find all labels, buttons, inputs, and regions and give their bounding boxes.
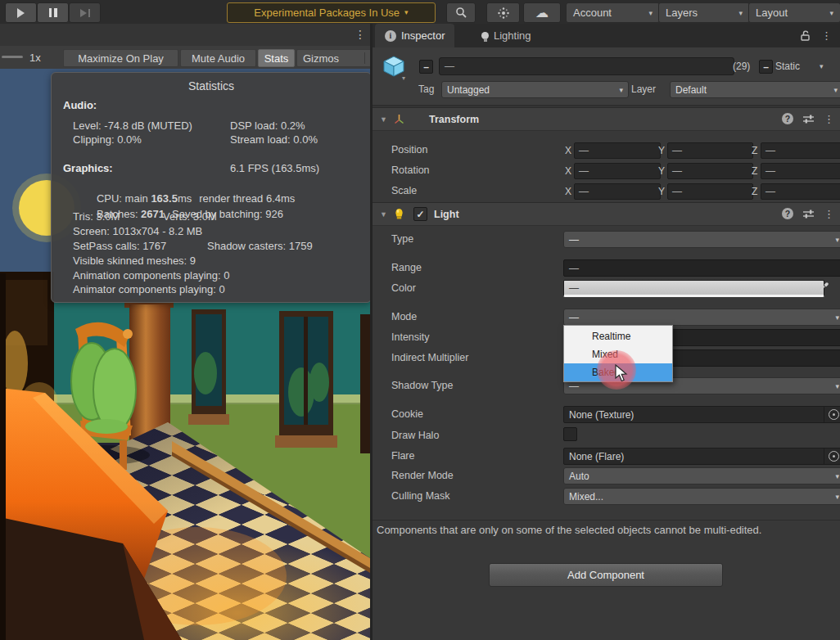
type-label: Type (391, 233, 413, 245)
light-header[interactable]: ▼ ✓ Light ? ⋮ (373, 202, 840, 226)
active-checkbox-mixed[interactable]: – (419, 60, 433, 74)
render-mode-label: Render Mode (391, 470, 454, 481)
chevron-down-icon: ▾ (833, 86, 838, 94)
mode-label: Mode (391, 311, 417, 322)
experimental-packages-button[interactable]: Experimental Packages In Use ▾ (227, 2, 436, 23)
mode-dropdown[interactable]: —▾ (563, 309, 840, 326)
position-y-field[interactable]: — (667, 142, 753, 159)
layout-label: Layout (756, 7, 788, 19)
kebab-menu-icon[interactable]: ⋮ (821, 30, 832, 41)
mute-audio-button[interactable]: Mute Audio (180, 49, 256, 67)
static-dropdown-arrow[interactable]: ▾ (820, 62, 824, 70)
position-z-field[interactable]: — (761, 142, 840, 159)
presets-icon[interactable] (802, 209, 815, 219)
pause-button[interactable] (37, 2, 69, 23)
axis-x-label: X (565, 165, 571, 177)
static-label: Static (775, 61, 800, 72)
info-icon: i (385, 30, 396, 42)
help-icon[interactable]: ? (782, 208, 793, 219)
selection-count: (29) (733, 61, 750, 72)
object-picker-icon[interactable] (829, 409, 839, 420)
tab-inspector-label: Inspector (401, 29, 445, 42)
shadow-casters: Shadow casters: 1759 (207, 240, 313, 252)
tag-label: Tag (418, 83, 434, 95)
mute-audio-label: Mute Audio (192, 52, 245, 65)
static-checkbox-mixed[interactable]: – (759, 60, 773, 74)
shadow-type-label: Shadow Type (391, 380, 454, 391)
transform-header[interactable]: ▼ Transform ? ⋮ (373, 107, 840, 131)
add-component-button[interactable]: Add Component (489, 563, 723, 587)
gizmos-button[interactable]: Gizmos ▾ (296, 49, 382, 67)
render-mode-dropdown[interactable]: Auto▾ (563, 467, 840, 485)
culling-mask-dropdown[interactable]: Mixed...▾ (563, 488, 840, 505)
tag-dropdown[interactable]: Untagged ▾ (441, 81, 629, 98)
foldout-arrow-icon[interactable]: ▼ (380, 210, 387, 219)
chevron-down-icon: ▾ (738, 9, 743, 17)
chevron-down-icon: ▾ (404, 9, 409, 16)
kebab-menu-icon[interactable]: ⋮ (355, 29, 366, 40)
object-name-field[interactable]: — (439, 57, 734, 75)
draw-halo-label: Draw Halo (391, 430, 439, 441)
layers-dropdown[interactable]: Layers ▾ (658, 2, 750, 23)
search-icon (455, 7, 467, 19)
tab-lighting[interactable]: Lighting (472, 24, 541, 47)
type-dropdown[interactable]: —▾ (563, 231, 840, 248)
setpass-calls: SetPass calls: 1767 (73, 240, 166, 252)
cloud-collab-button[interactable]: ☁ (523, 2, 561, 23)
range-field[interactable]: — (563, 259, 840, 277)
draw-halo-checkbox[interactable] (563, 427, 577, 441)
gizmos-label: Gizmos (303, 52, 339, 65)
light-enabled-checkbox[interactable]: ✓ (413, 207, 427, 221)
account-dropdown[interactable]: Account ▾ (566, 2, 660, 23)
experimental-packages-label: Experimental Packages In Use (254, 7, 400, 19)
maximize-on-play-button[interactable]: Maximize On Play (63, 49, 178, 67)
object-picker-icon[interactable] (829, 451, 839, 462)
maximize-on-play-label: Maximize On Play (78, 52, 164, 65)
scale-x-field[interactable]: — (574, 183, 661, 200)
account-label: Account (573, 7, 612, 19)
stats-button[interactable]: Stats (258, 49, 295, 67)
divider (373, 520, 840, 521)
presets-icon[interactable] (802, 114, 815, 124)
cookie-object-field[interactable]: None (Texture) (563, 406, 840, 423)
game-viewport[interactable]: Statistics Audio: Level: -74.8 dB (MUTED… (0, 69, 370, 640)
eyedropper-icon[interactable] (819, 280, 831, 292)
tab-inspector[interactable]: i Inspector (375, 24, 454, 47)
culling-mask-label: Culling Mask (391, 490, 450, 502)
menu-item-realtime[interactable]: Realtime (564, 327, 672, 345)
layout-dropdown[interactable]: Layout ▾ (748, 2, 840, 23)
progress-button[interactable] (486, 2, 520, 23)
rotation-x-field[interactable]: — (574, 163, 661, 179)
rotation-y-field[interactable]: — (667, 163, 753, 179)
scale-slider[interactable] (2, 56, 23, 58)
lock-icon[interactable] (799, 29, 811, 42)
object-name-value: — (445, 61, 454, 72)
main-toolbar: Experimental Packages In Use ▾ ☁ Account… (0, 0, 840, 25)
step-button[interactable] (69, 2, 101, 23)
color-label: Color (391, 282, 416, 294)
animator-components: Animator components playing: 0 (73, 283, 225, 295)
fps-value: 6.1 FPS (163.5ms) (230, 162, 319, 174)
tab-lighting-label: Lighting (494, 29, 531, 42)
layer-value: Default (675, 84, 707, 96)
range-label: Range (391, 262, 422, 273)
rotation-z-field[interactable]: — (761, 163, 840, 179)
position-x-field[interactable]: — (574, 142, 661, 159)
search-button[interactable] (446, 2, 476, 23)
axis-z-label: Z (752, 186, 757, 197)
scale-z-field[interactable]: — (761, 183, 840, 200)
layer-dropdown[interactable]: Default ▾ (670, 81, 840, 98)
color-swatch[interactable]: — (563, 280, 824, 297)
help-icon[interactable]: ? (782, 113, 793, 124)
kebab-menu-icon[interactable]: ⋮ (824, 209, 834, 219)
cloud-icon: ☁ (535, 7, 549, 20)
scale-y-field[interactable]: — (667, 183, 753, 200)
visible-skinned-meshes: Visible skinned meshes: 9 (73, 255, 196, 267)
foldout-arrow-icon[interactable]: ▼ (380, 115, 387, 124)
chevron-down-icon[interactable]: ▾ (402, 74, 405, 82)
flare-object-field[interactable]: None (Flare) (563, 448, 840, 465)
axis-x-label: X (565, 186, 571, 197)
play-button[interactable] (5, 2, 37, 23)
inspector-tabbar: i Inspector Lighting ⋮ (373, 24, 840, 48)
kebab-menu-icon[interactable]: ⋮ (824, 114, 834, 124)
